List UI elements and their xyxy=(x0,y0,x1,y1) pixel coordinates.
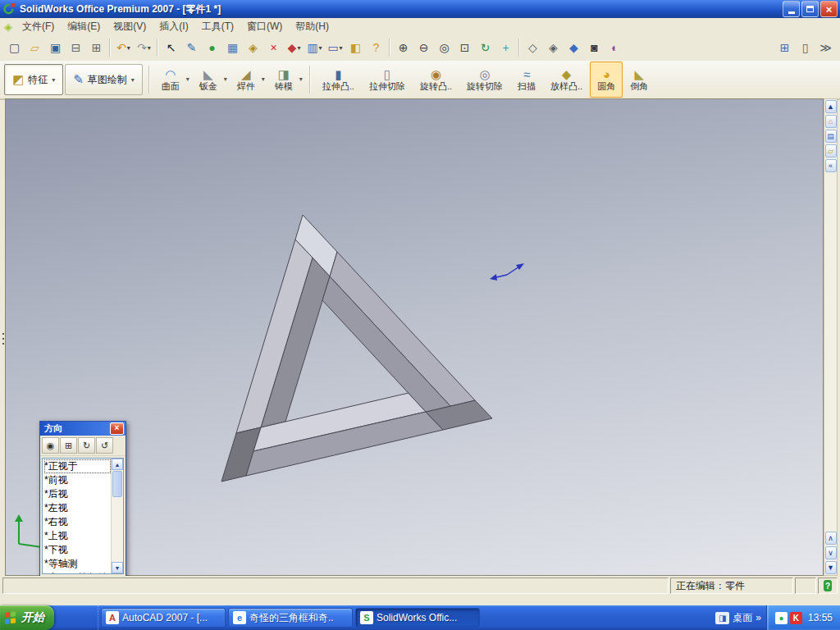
input-method-icon[interactable]: ◨ xyxy=(715,612,729,624)
scroll-up-icon[interactable]: ▲ xyxy=(112,459,123,470)
wireframe-button[interactable]: ◇ xyxy=(523,37,543,58)
delete-button[interactable]: × xyxy=(263,37,284,58)
menu-item-7[interactable]: 帮助(H) xyxy=(289,18,336,35)
design-table-button[interactable]: ▥▾ xyxy=(304,37,325,58)
new-window-button[interactable]: ▭▾ xyxy=(325,37,345,58)
restore-button[interactable] xyxy=(801,1,819,17)
window-titlebar[interactable]: SolidWorks Office Premium 2007 - [零件1 *]… xyxy=(0,0,840,18)
app-menu-icon[interactable]: ◈ xyxy=(4,21,12,33)
zoom-fit-button[interactable]: ◎ xyxy=(434,37,454,58)
measure-button[interactable]: ◧ xyxy=(345,37,366,58)
sketch-button[interactable]: ✎ xyxy=(181,37,202,58)
pin-button[interactable]: ◉ xyxy=(42,437,59,454)
chamfer-button[interactable]: ◣倒角 xyxy=(623,62,655,98)
taskbar-button-browser[interactable]: e奇怪的三角框和奇.. xyxy=(228,608,353,628)
close-button[interactable]: × xyxy=(820,1,838,17)
menu-item-4[interactable]: 插入(I) xyxy=(153,18,194,35)
view-item-7[interactable]: *下视 xyxy=(44,543,111,557)
minimize-button[interactable] xyxy=(783,1,800,17)
menu-item-6[interactable]: 窗口(W) xyxy=(240,18,289,35)
shaded-button[interactable]: ◆ xyxy=(564,37,584,58)
view-item-8[interactable]: *等轴测 xyxy=(44,557,111,571)
zoom-out-button[interactable]: ⊖ xyxy=(413,37,434,58)
kingsoft-tray-icon[interactable]: K xyxy=(790,612,802,624)
taskbar-button-solidworks[interactable]: SSolidWorks Offic... xyxy=(355,608,480,628)
view-item-2[interactable]: *前视 xyxy=(44,473,111,487)
sketch-button[interactable]: ✎草图绘制▾ xyxy=(65,64,143,95)
surfaces-button[interactable]: ◠曲面▾ xyxy=(154,62,192,98)
view-item-4[interactable]: *左视 xyxy=(44,501,111,515)
scroll-down-icon[interactable]: ▼ xyxy=(112,562,123,573)
loft-button[interactable]: ◆放样凸.. xyxy=(543,62,590,98)
taskbar-button-autocad[interactable]: AAutoCAD 2007 - [... xyxy=(101,608,226,628)
view-item-5[interactable]: *右视 xyxy=(44,515,111,529)
menu-item-3[interactable]: 视图(V) xyxy=(107,18,153,35)
view-orientation-button[interactable]: ⊞ xyxy=(774,37,795,58)
menu-item-1[interactable]: 文件(F) xyxy=(16,18,61,35)
view-item-9[interactable]: *上下二等角轴测 xyxy=(44,571,111,573)
update-standard-views-button[interactable]: ↻ xyxy=(78,437,95,454)
zoom-in-button[interactable]: ⊕ xyxy=(393,37,413,58)
sweep-button[interactable]: ≈扫描 xyxy=(510,62,543,98)
view-item-1[interactable]: *正视于 xyxy=(44,459,111,473)
pan-button[interactable]: + xyxy=(495,37,516,58)
panel-splitter-handle[interactable] xyxy=(1,322,6,355)
reset-standard-views-button[interactable]: ↺ xyxy=(96,437,113,454)
graphics-viewport[interactable]: 方向 × ◉⊞↻↺ *正视于*前视*后视*左视*右视*上视*下视*等轴测*上下二… xyxy=(5,98,824,576)
rebuild-button[interactable]: ● xyxy=(202,37,222,58)
extruded-boss-button[interactable]: ▮拉伸凸.. xyxy=(315,62,362,98)
view-item-3[interactable]: *后视 xyxy=(44,487,111,501)
smart-dimension-button[interactable]: ◈ xyxy=(243,37,263,58)
menu-item-5[interactable]: 工具(T) xyxy=(195,18,240,35)
rail-scroll-down-button[interactable]: ▼ xyxy=(825,561,837,574)
sketch-grid-button[interactable]: ▦ xyxy=(222,37,243,58)
save-button[interactable]: ▣ xyxy=(45,37,66,58)
appearance-button[interactable]: ◆▾ xyxy=(284,37,304,58)
fillet-button[interactable]: ◕圆角 xyxy=(590,62,623,98)
menu-item-2[interactable]: 编辑(E) xyxy=(61,18,107,35)
mold-tools-button[interactable]: ◨铸模▾ xyxy=(267,62,305,98)
print-preview-button[interactable]: ⊞ xyxy=(86,37,107,58)
revolved-cut-button[interactable]: ◎旋转切除 xyxy=(459,62,510,98)
sheet-metal-button[interactable]: ◣钣金▾ xyxy=(192,62,230,98)
rail-scroll-up-button[interactable]: ▲ xyxy=(825,100,837,113)
hidden-lines-button[interactable]: ◈ xyxy=(543,37,564,58)
security-tray-icon[interactable]: ● xyxy=(775,612,788,624)
weldments-button[interactable]: ◢焊件▾ xyxy=(230,62,267,98)
open-button[interactable]: ▱ xyxy=(25,37,45,58)
desktop-chevron-icon[interactable]: » xyxy=(756,612,761,623)
revolved-boss-button[interactable]: ◉旋转凸.. xyxy=(413,62,459,98)
dual-monitor-button[interactable]: ▯ xyxy=(795,37,815,58)
section-view-button[interactable]: ◐ xyxy=(605,37,625,58)
desktop-toolbar[interactable]: ◨ 桌面 » xyxy=(710,611,766,625)
part-origin-marker[interactable] xyxy=(490,263,524,281)
page-down-button[interactable]: ∨ xyxy=(825,546,837,559)
redo-button[interactable]: ↷▾ xyxy=(134,37,154,58)
model-face-right-bar-inner[interactable] xyxy=(322,276,450,412)
view-item-6[interactable]: *上视 xyxy=(44,529,111,543)
quick-tips-button[interactable]: ? xyxy=(818,578,838,594)
page-up-button[interactable]: ∧ xyxy=(825,532,837,545)
scrollbar-thumb[interactable] xyxy=(112,471,122,497)
shadows-button[interactable]: ◙ xyxy=(584,37,605,58)
orientation-close-button[interactable]: × xyxy=(110,422,124,435)
select-button[interactable]: ↖ xyxy=(161,37,181,58)
resources-home-button[interactable]: ⌂ xyxy=(825,115,837,128)
new-document-button[interactable]: ▢ xyxy=(4,37,25,58)
new-view-button[interactable]: ⊞ xyxy=(60,437,77,454)
extruded-cut-button[interactable]: ▯拉伸切除 xyxy=(362,62,413,98)
viewport-canvas[interactable] xyxy=(6,99,823,575)
toolbar-overflow-button[interactable]: ≫ xyxy=(815,37,836,58)
collapse-taskpane-button[interactable]: « xyxy=(825,159,837,172)
rotate-view-button[interactable]: ↻ xyxy=(475,37,495,58)
start-button[interactable]: 开始 xyxy=(0,605,54,630)
orientation-dialog-titlebar[interactable]: 方向 × xyxy=(40,422,126,436)
view-list-scrollbar[interactable]: ▲ ▼ xyxy=(111,459,123,573)
file-explorer-button[interactable]: ▱ xyxy=(825,144,837,158)
help-button[interactable]: ? xyxy=(366,37,386,58)
undo-button[interactable]: ↶▾ xyxy=(113,37,134,58)
design-library-button[interactable]: ▤ xyxy=(825,130,837,143)
zoom-area-button[interactable]: ⊡ xyxy=(454,37,475,58)
print-button[interactable]: ⊟ xyxy=(66,37,86,58)
features-button[interactable]: ◩特征▾ xyxy=(4,64,63,95)
